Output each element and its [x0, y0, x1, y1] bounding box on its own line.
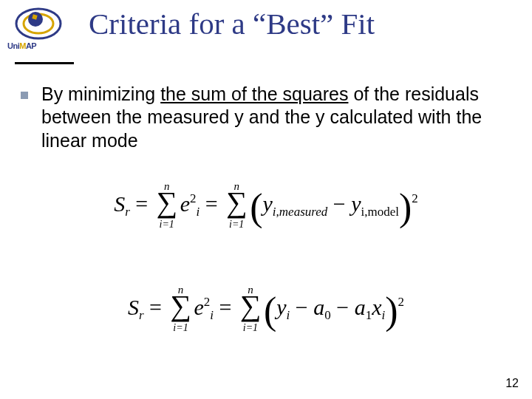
lparen2: ( [264, 290, 276, 332]
equation-2: Sr = n∑i=1e2i = n∑i=1(yi − a0 − a1xi)2 [0, 288, 532, 332]
a1-sub: 1 [366, 308, 372, 322]
sigma-2a: n∑i=1 [168, 288, 192, 327]
sub-r2: r [139, 308, 144, 322]
minus3: − [331, 295, 355, 319]
sigma-1b: n∑i=1 [225, 185, 248, 223]
a0a: a [313, 295, 324, 319]
logo-uni: Uni [7, 41, 19, 50]
equation-1: Sr = n∑i=1e2i = n∑i=1(yi,measured − yi,m… [0, 185, 532, 229]
equals-4: = [214, 295, 237, 319]
body-pre: By minimizing [41, 83, 160, 104]
sup-2: 2 [190, 191, 197, 205]
y1-sub: i,measured [273, 205, 327, 219]
a0-sub: 0 [324, 308, 331, 322]
outer-sq2: 2 [398, 295, 405, 309]
sigma-2b: n∑i=1 [239, 288, 262, 327]
bullet-icon [21, 92, 28, 99]
rparen2: ) [385, 290, 398, 332]
sup-2b: 2 [204, 295, 211, 309]
logo-text: UniMAP [7, 41, 36, 50]
sym-e: e [180, 191, 190, 216]
equals-2: = [200, 191, 223, 216]
title-underline [15, 62, 74, 64]
rparen: ) [399, 186, 412, 228]
a1a: a [355, 295, 366, 319]
sym-e2: e [194, 295, 203, 319]
lparen: ( [250, 186, 262, 228]
sub-r: r [125, 205, 130, 219]
outer-sq: 2 [412, 191, 418, 205]
sym-S2: S [128, 295, 139, 319]
logo-ap: AP [26, 41, 36, 50]
page-title: Criteria for a “Best” Fit [89, 7, 517, 41]
y2-sub: i,model [361, 205, 399, 219]
y1: y [263, 191, 273, 216]
xi: x [372, 295, 381, 319]
sigma-1a: n∑i=1 [155, 185, 179, 223]
body-underlined: the sum of the squares [160, 83, 348, 104]
minus2: − [290, 295, 313, 319]
body-text: By minimizing the sum of the squares of … [41, 83, 492, 152]
yi: y [276, 295, 286, 319]
slide: UniMAP Criteria for a “Best” Fit By mini… [0, 0, 532, 399]
equals-3: = [144, 295, 168, 319]
page-number: 12 [505, 377, 519, 390]
equals: = [130, 191, 154, 216]
logo-m: M [19, 41, 26, 50]
sym-S: S [114, 191, 125, 216]
y2: y [351, 191, 361, 216]
minus1: − [327, 191, 351, 216]
